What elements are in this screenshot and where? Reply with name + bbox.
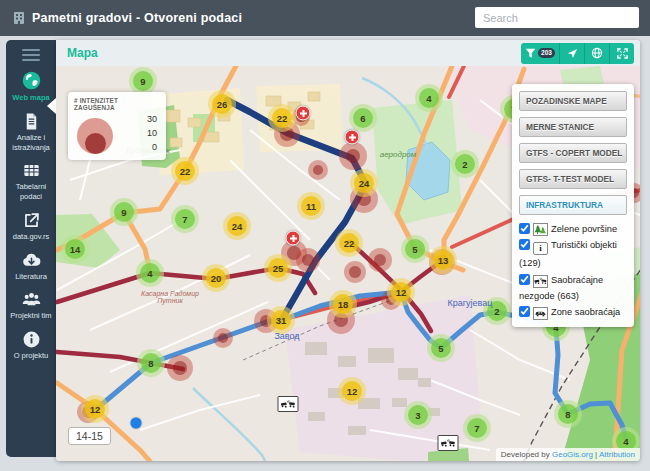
congestion-circle xyxy=(213,328,233,348)
cluster-marker[interactable]: 5 xyxy=(427,334,455,362)
sidebar-item-literatura[interactable]: Literatura xyxy=(6,246,56,286)
cluster-marker[interactable]: 25 xyxy=(264,254,292,282)
time-slider-handle[interactable] xyxy=(131,418,142,429)
cluster-marker[interactable]: 20 xyxy=(202,264,230,292)
cluster-marker[interactable]: 9 xyxy=(110,198,138,226)
cluster-marker[interactable]: 31 xyxy=(267,306,295,334)
map-canvas[interactable]: 2622947622224119724225141325420121823145… xyxy=(56,66,640,461)
attribution-link[interactable]: Attribution xyxy=(599,450,635,459)
car-crash-map-icon[interactable] xyxy=(278,396,299,412)
red-cross-marker[interactable] xyxy=(296,106,311,121)
cluster-marker[interactable]: 6 xyxy=(349,104,377,132)
geogis-link[interactable]: GeoGis.org xyxy=(552,450,593,459)
cluster-marker[interactable]: 8 xyxy=(554,400,582,428)
sidebar-item-o-projektu[interactable]: O projektu xyxy=(6,325,56,365)
cluster-marker[interactable]: 11 xyxy=(297,192,325,220)
cluster-marker[interactable]: 12 xyxy=(387,278,415,306)
filter-button[interactable]: 203 xyxy=(521,43,560,64)
sidebar-item-analize[interactable]: Analize i istraživanja xyxy=(6,107,56,157)
page-title: Mapa xyxy=(67,46,98,60)
sidebar-item-label: Literatura xyxy=(6,272,56,282)
locate-arrow-button[interactable] xyxy=(560,43,585,64)
cluster-marker[interactable]: 7 xyxy=(171,205,199,233)
congestion-legend: # INTENZITET ZAGUŠENJA 30 10 0 xyxy=(68,92,166,160)
cluster-marker[interactable]: 14 xyxy=(61,235,89,263)
red-cross-marker[interactable] xyxy=(286,231,301,246)
sidebar-item-label: Tabelarni podaci xyxy=(6,182,56,202)
filter-count-badge: 203 xyxy=(538,48,555,59)
congestion-circle xyxy=(344,261,366,283)
map-panel-header: Mapa 203 xyxy=(56,40,640,66)
cluster-marker[interactable]: 24 xyxy=(223,212,251,240)
cluster-marker[interactable]: 5 xyxy=(401,235,429,263)
cluster-marker[interactable]: 9 xyxy=(129,67,157,95)
cloud-download-icon xyxy=(6,251,56,270)
fullscreen-expand-button[interactable] xyxy=(610,43,634,64)
legend-value: 30 xyxy=(147,112,157,126)
legend-title: # INTENZITET ZAGUŠENJA xyxy=(74,97,160,111)
sidebar-item-label: Projektni tim xyxy=(6,311,56,321)
layer-section-infrastruktura[interactable]: INFRASTRUKTURA xyxy=(519,195,627,215)
info-icon xyxy=(6,330,56,349)
team-icon xyxy=(6,290,56,309)
congestion-circle xyxy=(368,248,392,272)
congestion-circle xyxy=(308,160,328,180)
cluster-marker[interactable]: 12 xyxy=(81,395,109,423)
legend-value: 10 xyxy=(147,126,157,140)
layer-checkbox[interactable] xyxy=(519,223,530,234)
layers-control-panel: POZADINSKE MAPE MERNE STANICE GTFS - COP… xyxy=(512,84,634,327)
cluster-marker[interactable]: 13 xyxy=(429,246,457,274)
layer-row-zelene-povrsine[interactable]: Zelene površine xyxy=(519,221,627,237)
cluster-marker[interactable]: 22 xyxy=(335,229,363,257)
document-icon xyxy=(6,112,56,131)
sidebar-item-label: O projektu xyxy=(6,351,56,361)
cluster-marker[interactable]: 2 xyxy=(451,150,479,178)
cluster-marker[interactable]: 7 xyxy=(463,414,491,442)
cluster-marker[interactable]: 8 xyxy=(137,349,165,377)
search-input[interactable] xyxy=(475,7,639,28)
cluster-marker[interactable]: 4 xyxy=(415,84,443,112)
cluster-marker[interactable]: 24 xyxy=(350,169,378,197)
cluster-marker[interactable]: 26 xyxy=(208,90,236,118)
congestion-circle xyxy=(167,355,193,381)
time-range-label[interactable]: 14-15 xyxy=(68,427,111,445)
cluster-marker[interactable]: 12 xyxy=(338,377,366,405)
hamburger-menu-icon[interactable] xyxy=(22,49,40,61)
sidebar-item-projektni-tim[interactable]: Projektni tim xyxy=(6,285,56,325)
red-cross-marker[interactable] xyxy=(345,130,360,145)
layer-section-merne-stanice[interactable]: MERNE STANICE xyxy=(519,117,627,137)
layer-section-pozadinske-mape[interactable]: POZADINSKE MAPE xyxy=(519,91,627,111)
cluster-marker[interactable]: 22 xyxy=(171,157,199,185)
car-crash-map-icon[interactable] xyxy=(438,435,459,451)
top-navbar: Pametni gradovi - Otvoreni podaci xyxy=(0,0,650,36)
table-icon xyxy=(6,161,56,180)
sidebar-item-tabelarni-podaci[interactable]: Tabelarni podaci xyxy=(6,156,56,206)
cluster-marker[interactable]: 22 xyxy=(268,104,296,132)
cluster-marker[interactable]: 18 xyxy=(329,290,357,318)
layer-section-gtfs-copert[interactable]: GTFS - COPERT MODEL xyxy=(519,143,627,163)
sidebar-item-data-gov-rs[interactable]: data.gov.rs xyxy=(6,206,56,246)
layer-section-gtfs-ttest[interactable]: GTFS- T-TEST MODEL xyxy=(519,169,627,189)
legend-value: 0 xyxy=(147,140,157,154)
tourist-info-icon: i xyxy=(533,242,548,255)
layer-row-turisticki-objekti[interactable]: iTuristički objekti (129) xyxy=(519,237,627,271)
layer-row-saobracajne-nezgode[interactable]: Saobraćajne nezgode (663) xyxy=(519,272,627,305)
car-crash-icon xyxy=(533,275,548,288)
car-icon xyxy=(533,307,548,320)
active-item-pointer xyxy=(47,98,56,114)
cluster-marker[interactable]: 3 xyxy=(404,401,432,429)
layer-checkbox[interactable] xyxy=(519,274,530,285)
congestion-circle xyxy=(339,142,367,170)
sidebar-item-label: data.gov.rs xyxy=(6,232,56,242)
cluster-marker[interactable]: 2 xyxy=(483,297,511,325)
layer-checkbox[interactable] xyxy=(519,306,530,317)
sidebar-item-label: Analize i istraživanja xyxy=(6,133,56,153)
globe-view-button[interactable] xyxy=(585,43,610,64)
map-toolbar: 203 xyxy=(521,43,634,64)
attribution-text: Developed by xyxy=(501,450,552,459)
cluster-marker[interactable]: 4 xyxy=(136,259,164,287)
layer-row-zone-saobracaja[interactable]: Zone saobraćaja xyxy=(519,304,627,320)
layer-label: Zone saobraćaja xyxy=(551,307,620,317)
app-logo-icon xyxy=(12,11,26,25)
layer-checkbox[interactable] xyxy=(519,239,530,250)
